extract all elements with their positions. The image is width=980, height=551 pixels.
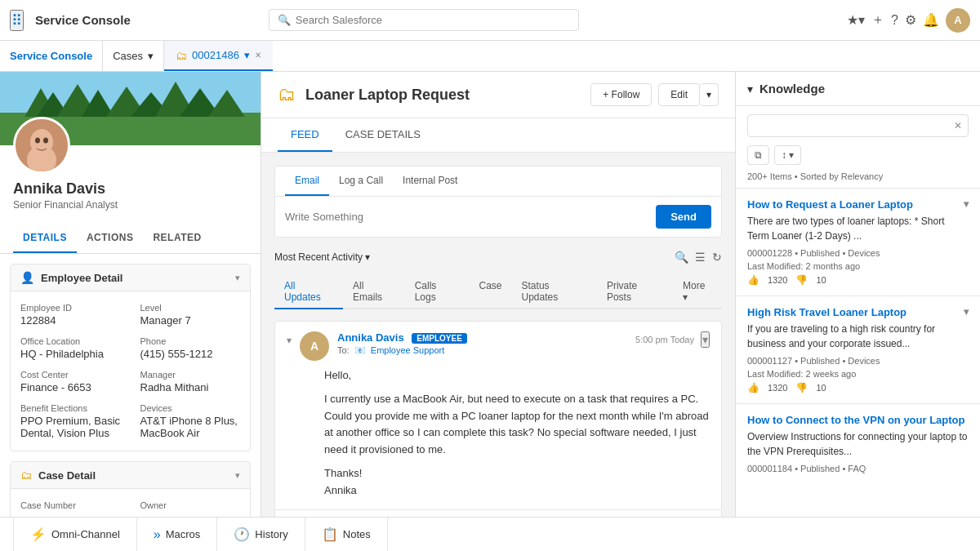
knowledge-search-input[interactable]	[747, 114, 969, 137]
private-posts-tab[interactable]: Private Posts	[597, 275, 673, 308]
profile-name: Annika Davis	[13, 180, 247, 198]
search-input[interactable]	[296, 14, 570, 26]
email-compose-tab[interactable]: Email	[285, 167, 329, 196]
all-emails-tab[interactable]: All Emails	[343, 275, 405, 308]
like-count-1: 1320	[768, 275, 787, 285]
details-tab[interactable]: DETAILS	[13, 224, 77, 253]
knowledge-filter-btn[interactable]: ⧉	[747, 145, 769, 165]
employee-section-icon: 👤	[20, 271, 34, 284]
post-collapse-btn[interactable]: ▾	[287, 335, 292, 346]
like-btn-1[interactable]: 👍	[747, 274, 760, 286]
cost-center-field: Cost Center Finance - 6653	[11, 365, 131, 398]
history-label: History	[255, 528, 287, 540]
employee-id-field: Employee ID 122884	[11, 298, 131, 331]
activity-filter-btn[interactable]: ☰	[695, 251, 706, 264]
post-author: Annika Davis	[337, 331, 404, 344]
knowledge-item-title-3[interactable]: How to Connect to the VPN on your Laptop	[747, 414, 969, 426]
internal-post-tab[interactable]: Internal Post	[393, 167, 467, 196]
activity-search-btn[interactable]: 🔍	[675, 251, 688, 264]
employee-section-toggle[interactable]: ▾	[235, 273, 240, 283]
like-btn-2[interactable]: 👍	[747, 382, 760, 393]
knowledge-item-title-1[interactable]: How to Request a Loaner Laptop ▾	[747, 198, 969, 211]
post-actions: ↩ ↩ Reply ↩ ↩ Reply All ↓ ↓ Download	[275, 509, 721, 517]
dislike-btn-1[interactable]: 👎	[795, 274, 808, 286]
case-tab-feed[interactable]: Case	[470, 275, 512, 308]
cost-center-label: Cost Center	[20, 370, 121, 380]
more-tab[interactable]: More ▾	[673, 275, 722, 308]
case-section-toggle[interactable]: ▾	[235, 470, 240, 481]
knowledge-sort-btn[interactable]: ↕ ▾	[774, 145, 801, 165]
center-panel: 🗂 Loaner Laptop Request + Follow Edit ▾ …	[261, 72, 735, 517]
level-field: Level Manager 7	[131, 298, 251, 331]
case-tab-active[interactable]: 🗂 00021486 ▾ ✕	[164, 41, 273, 71]
notes-item[interactable]: 📋 Notes	[305, 518, 388, 551]
top-nav: ⠿ Service Console 🔍 ★▾ ＋ ? ⚙ 🔔 A	[0, 0, 980, 41]
devices-field: Devices AT&T iPhone 8 Plus, MacBook Air	[131, 398, 251, 444]
omni-channel-icon: ⚡	[30, 527, 47, 542]
feed-tabs: FEED CASE DETAILS	[261, 118, 735, 153]
knowledge-item-desc-2: If you are traveling to a high risk coun…	[747, 322, 969, 351]
knowledge-item-modified-1: Last Modified: 2 months ago	[747, 261, 969, 271]
case-field-grid: Case Number Owner	[11, 489, 250, 517]
profile-title: Senior Financial Analyst	[13, 199, 247, 211]
profile-section: Annika Davis Senior Financial Analyst	[0, 117, 261, 224]
case-section-title: Case Detail	[38, 469, 229, 482]
activity-refresh-btn[interactable]: ↻	[712, 251, 722, 264]
related-tab[interactable]: RELATED	[143, 224, 211, 253]
case-tab-close[interactable]: ✕	[255, 51, 261, 60]
knowledge-item-title-2[interactable]: High Risk Travel Loaner Laptop ▾	[747, 306, 969, 318]
favorites-button[interactable]: ★▾	[847, 12, 865, 28]
cases-tab[interactable]: Cases ▾	[103, 41, 164, 71]
all-updates-tab[interactable]: All Updates	[274, 275, 343, 309]
actions-tab[interactable]: ACTIONS	[77, 224, 144, 253]
activity-filter-label[interactable]: Most Recent Activity ▾	[274, 251, 370, 263]
phone-value: (415) 555-1212	[140, 348, 241, 360]
user-avatar[interactable]: A	[946, 8, 970, 33]
app-launcher-icon[interactable]: ⠿	[10, 10, 24, 31]
knowledge-search-clear-btn[interactable]: ✕	[954, 120, 962, 131]
office-value: HQ - Philadelphia	[20, 348, 121, 360]
office-label: Office Location	[20, 336, 121, 346]
knowledge-collapse-btn[interactable]: ▾	[747, 82, 753, 96]
log-call-tab[interactable]: Log a Call	[329, 167, 393, 196]
feed-tab[interactable]: FEED	[278, 118, 332, 152]
edit-caret-button[interactable]: ▾	[700, 83, 719, 106]
employee-detail-header: 👤 Employee Detail ▾	[11, 264, 250, 291]
knowledge-item-more-1[interactable]: ▾	[964, 198, 969, 210]
calls-logs-tab[interactable]: Calls Logs	[405, 275, 470, 308]
knowledge-search: ✕	[747, 114, 969, 137]
send-button[interactable]: Send	[656, 205, 711, 229]
knowledge-item-more-2[interactable]: ▾	[964, 306, 969, 318]
update-tabs: All Updates All Emails Calls Logs Case S…	[274, 275, 722, 309]
omni-channel-item[interactable]: ⚡ Omni-Channel	[13, 518, 137, 551]
case-tab-icon: 🗂	[176, 49, 187, 62]
compose-input[interactable]	[285, 211, 648, 223]
edit-button[interactable]: Edit	[658, 83, 700, 106]
status-updates-tab[interactable]: Status Updates	[512, 275, 597, 308]
svg-point-14	[35, 138, 40, 144]
history-item[interactable]: 🕐 History	[217, 518, 305, 551]
new-button[interactable]: ＋	[871, 11, 884, 29]
post-meta: Annika Davis EMPLOYEE To: 📧 Employee Sup…	[337, 331, 627, 356]
follow-button[interactable]: + Follow	[590, 83, 652, 106]
case-tab-number: 00021486	[192, 49, 239, 61]
knowledge-item-votes-1: 👍 1320 👎 10	[747, 274, 969, 286]
level-label: Level	[140, 303, 241, 313]
knowledge-item-modified-2: Last Modified: 2 weeks ago	[747, 369, 969, 379]
knowledge-item-meta-2: 000001127 • Published • Devices	[747, 356, 969, 366]
compose-input-row: Send	[275, 197, 721, 237]
office-field: Office Location HQ - Philadelphia	[11, 331, 131, 365]
post-to-link[interactable]: Employee Support	[371, 345, 445, 355]
dislike-btn-2[interactable]: 👎	[795, 382, 808, 393]
knowledge-header: ▾ Knowledge	[736, 72, 980, 106]
knowledge-title: Knowledge	[760, 82, 969, 96]
settings-button[interactable]: ⚙	[905, 12, 916, 28]
macros-item[interactable]: » Macros	[137, 518, 218, 551]
notifications-button[interactable]: 🔔	[923, 12, 939, 28]
compose-area: Email Log a Call Internal Post Send	[274, 166, 722, 238]
help-button[interactable]: ?	[891, 13, 898, 28]
omni-channel-label: Omni-Channel	[51, 528, 120, 540]
post-avatar: A	[300, 331, 329, 361]
case-details-tab[interactable]: CASE DETAILS	[332, 118, 434, 152]
post-more-btn[interactable]: ▾	[701, 331, 710, 348]
